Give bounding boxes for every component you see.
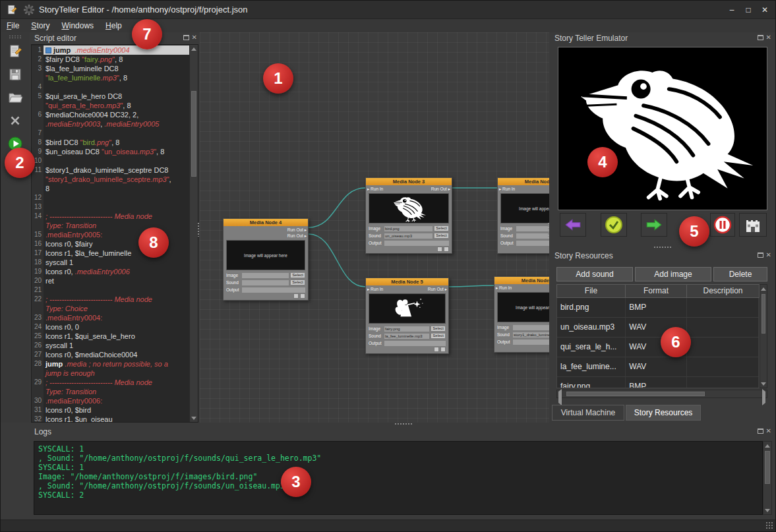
close-panel-icon[interactable]: ✕ (192, 34, 197, 41)
editor-line[interactable]: 25lcons r1, $qui_sera_le_hero (32, 332, 189, 341)
node-graph-canvas[interactable]: Media Node 4Run Out ▸Run Out ▸Image will… (200, 32, 549, 423)
delete-button[interactable] (6, 113, 24, 131)
emulator-pause-button[interactable] (710, 213, 735, 237)
editor-line[interactable]: 7 (32, 129, 189, 138)
editor-line[interactable]: 21 (32, 285, 189, 295)
description-cell[interactable] (687, 338, 759, 357)
node-mini-button[interactable] (434, 347, 439, 352)
field-value[interactable]: bird.png (384, 226, 433, 231)
logs-output[interactable]: SYSCALL: 1, Sound: "/home/anthony/ostpro… (34, 441, 763, 515)
description-cell[interactable] (687, 298, 759, 317)
file-cell[interactable]: la_fee_lumine... (557, 357, 626, 376)
menu-story[interactable]: Story (25, 19, 55, 32)
tab-virtual-machine[interactable]: Virtual Machine (552, 405, 624, 421)
node-title[interactable]: Media Node 4 (224, 219, 308, 226)
editor-line[interactable]: 19lcons r0, .mediaEntry0006 (32, 267, 189, 276)
media-node[interactable]: Media Node 4Run Out ▸Run Out ▸Image will… (223, 218, 309, 301)
scroll-up-icon[interactable] (760, 285, 767, 293)
logs-vertical-scrollbar[interactable] (763, 441, 772, 515)
scroll-down-icon[interactable] (763, 506, 771, 514)
close-panel-icon[interactable]: ✕ (766, 34, 771, 41)
resize-grip-icon[interactable] (765, 521, 773, 529)
menu-file[interactable]: File (1, 19, 25, 32)
editor-line[interactable]: 20ret (32, 276, 189, 285)
title-bar[interactable]: StoryTeller Editor - /home/anthony/ostpr… (1, 1, 775, 19)
field-value[interactable] (516, 233, 549, 239)
editor-line[interactable]: 13 (32, 202, 189, 212)
node-mini-button[interactable] (440, 347, 446, 352)
open-button[interactable] (6, 90, 24, 108)
run-out-port[interactable]: Run Out ▸ (287, 227, 307, 233)
add-sound-button[interactable]: Add sound (556, 267, 633, 281)
menu-windows[interactable]: Windows (55, 19, 100, 32)
emulator-forward-button[interactable] (641, 213, 667, 237)
emulator-ok-button[interactable] (601, 213, 627, 237)
editor-line[interactable]: Type: Transition (32, 387, 189, 396)
editor-line[interactable]: Type: Choice (32, 304, 189, 313)
node-title[interactable]: Media Node 3 (366, 178, 452, 185)
resources-horizontal-scrollbar[interactable] (556, 390, 767, 398)
editor-line[interactable]: 28jump .media ; no return possible, so a (32, 359, 189, 369)
editor-line[interactable]: 2$fairy DC8 "fairy.png", 8 (32, 55, 189, 64)
editor-line[interactable]: 5$qui_sera_le_hero DC8 (32, 92, 189, 101)
column-header-file[interactable]: File (556, 284, 626, 298)
run-out-port[interactable]: Run Out ▸ (287, 233, 307, 239)
field-value[interactable]: fairy.png (384, 326, 429, 332)
editor-line[interactable]: 6$mediaChoice0004 DC32, 2, (32, 110, 189, 119)
node-title[interactable]: Media Node 7 (494, 277, 549, 284)
editor-line[interactable]: 4 (32, 82, 189, 92)
editor-line[interactable]: 9$un_oiseau DC8 "un_oiseau.mp3", 8 (32, 147, 189, 156)
script-editor[interactable]: 1jump .mediaEntry00042$fairy DC8 "fairy.… (31, 44, 198, 423)
scrollbar-thumb[interactable] (765, 451, 770, 484)
media-node[interactable]: Media Node 5▸ Run InRun Out ▸Imagefairy.… (365, 278, 449, 354)
description-cell[interactable] (687, 357, 759, 376)
node-mini-button[interactable] (437, 247, 442, 252)
run-in-port[interactable]: ▸ Run In (367, 286, 383, 292)
format-cell[interactable]: BMP (626, 377, 686, 388)
editor-line[interactable]: Type: Transition (32, 221, 189, 230)
scroll-down-icon[interactable] (760, 380, 767, 388)
media-node[interactable]: Media Node 3▸ Run InRun Out ▸Imagebird.p… (365, 177, 452, 254)
float-panel-icon[interactable] (758, 429, 763, 434)
scroll-right-icon[interactable] (762, 392, 765, 403)
minimize-button[interactable]: – (724, 3, 740, 17)
editor-line[interactable]: "la_fee_luminelle.mp3", 8 (32, 73, 189, 82)
column-header-format[interactable]: Format (626, 284, 687, 298)
node-title[interactable]: Media Node 6 (498, 178, 549, 185)
scroll-down-icon[interactable] (190, 414, 198, 422)
splitter-handle[interactable] (653, 246, 672, 249)
field-value[interactable] (384, 241, 449, 246)
media-node[interactable]: Media Node 7▸ Run InRun Out ▸Image will … (494, 276, 549, 353)
editor-line[interactable]: 24lcons r0, 0 (32, 322, 189, 332)
run-in-port[interactable]: ▸ Run In (496, 285, 512, 291)
resources-vertical-scrollbar[interactable] (760, 284, 767, 388)
float-panel-icon[interactable] (758, 35, 763, 40)
run-out-port[interactable]: Run Out ▸ (431, 186, 450, 192)
node-mini-button[interactable] (293, 293, 299, 299)
field-value[interactable]: story1_drako_luminelle_sceptre.mp3 (513, 332, 549, 338)
save-button[interactable] (6, 67, 24, 85)
node-title[interactable]: Media Node 5 (366, 278, 448, 285)
editor-line[interactable]: 8 (32, 184, 189, 193)
toolbar-drag-handle[interactable] (9, 35, 22, 39)
file-cell[interactable]: bird.png (557, 298, 626, 317)
tab-story-resources[interactable]: Story Resources (626, 405, 701, 421)
field-value[interactable] (242, 280, 289, 285)
select-button[interactable]: Select (431, 333, 446, 339)
field-value[interactable] (513, 325, 549, 330)
editor-line[interactable]: 22; -------------------------- Media nod… (32, 295, 189, 304)
editor-line[interactable]: 14; -------------------------- Media nod… (32, 212, 189, 221)
maximize-button[interactable]: □ (740, 3, 756, 17)
editor-line[interactable]: 29; -------------------------- Media nod… (32, 378, 189, 387)
editor-line[interactable]: 10 (32, 156, 189, 165)
field-value[interactable] (384, 341, 446, 346)
node-mini-button[interactable] (444, 247, 449, 252)
field-value[interactable] (242, 287, 305, 293)
table-row[interactable]: un_oiseau.mp3WAV (557, 318, 759, 338)
description-cell[interactable] (687, 318, 759, 337)
format-cell[interactable]: BMP (626, 298, 686, 317)
select-button[interactable]: Select (434, 233, 449, 239)
editor-line[interactable]: "qui_sera_le_hero.mp3", 8 (32, 101, 189, 110)
select-button[interactable]: Select (290, 280, 305, 285)
field-value[interactable] (516, 241, 549, 246)
